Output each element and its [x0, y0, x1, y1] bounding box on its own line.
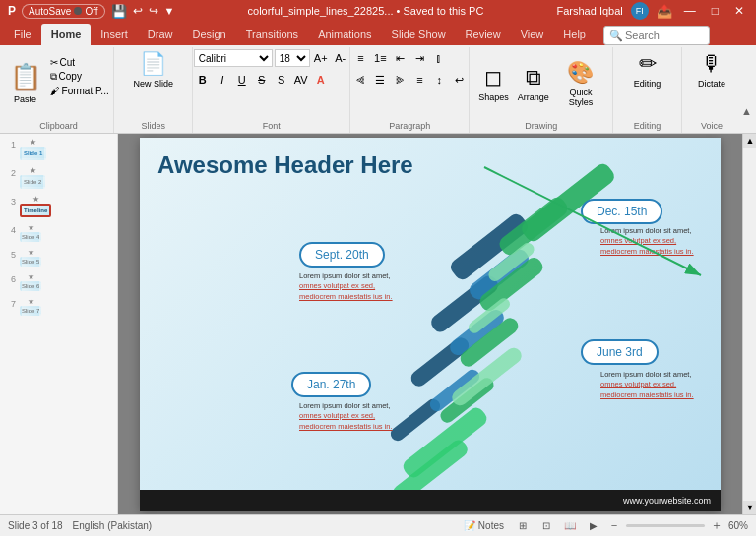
text-direction-button[interactable]: ↩	[450, 71, 468, 89]
slide-thumb-1[interactable]: 1 ★ Slide 1	[4, 138, 113, 160]
zoom-out-button[interactable]: －	[608, 517, 620, 534]
font-name-select[interactable]: Calibri	[194, 49, 273, 67]
slide-info: Slide 3 of 18	[8, 520, 63, 531]
minimize-button[interactable]: —	[680, 4, 700, 18]
char-spacing-button[interactable]: AV	[292, 71, 310, 89]
dictate-button[interactable]: 🎙 Dictate	[694, 49, 729, 90]
line-spacing-button[interactable]: ↕	[430, 71, 448, 89]
paste-button[interactable]: 📋 Paste	[6, 60, 45, 106]
slide-image-1[interactable]: Slide 1	[20, 147, 46, 160]
tab-design[interactable]: Design	[182, 24, 235, 45]
slide-image-5[interactable]: Slide 5	[20, 257, 41, 267]
redo-icon[interactable]: ↪	[149, 4, 158, 18]
decrease-font-button[interactable]: A-	[332, 49, 349, 67]
tab-slideshow[interactable]: Slide Show	[382, 24, 456, 45]
scroll-up-button[interactable]: ▲	[743, 134, 756, 148]
timeline-box-dec[interactable]: Dec. 15th	[581, 199, 662, 224]
increase-font-button[interactable]: A+	[312, 49, 330, 67]
decrease-indent-button[interactable]: ⇤	[391, 49, 409, 67]
timeline-box-sept[interactable]: Sept. 20th	[299, 242, 385, 268]
tab-home[interactable]: Home	[41, 24, 92, 45]
italic-button[interactable]: I	[214, 71, 231, 89]
font-color-button[interactable]: A	[312, 71, 330, 89]
body-text-4: Lorem ipsum dolor sit amet, omnes volutp…	[600, 370, 694, 401]
vertical-scrollbar[interactable]: ▲ ▼	[742, 134, 756, 514]
slide-thumb-4[interactable]: 4 ★ Slide 4	[4, 223, 113, 242]
notes-button[interactable]: 📝 Notes	[460, 520, 508, 531]
normal-view-button[interactable]: ⊞	[514, 517, 532, 535]
ribbon-collapse[interactable]: ▲	[741, 47, 752, 133]
align-center-button[interactable]: ☰	[371, 71, 389, 89]
search-input[interactable]	[625, 30, 704, 41]
zoom-in-button[interactable]: ＋	[711, 517, 723, 534]
collapse-icon[interactable]: ▲	[741, 105, 752, 117]
slide-thumb-2[interactable]: 2 ★ Slide 2	[4, 166, 113, 189]
reading-view-button[interactable]: 📖	[561, 517, 579, 535]
cut-icon: ✂	[50, 57, 58, 68]
close-button[interactable]: ✕	[730, 4, 748, 18]
timeline-box-june[interactable]: June 3rd	[581, 339, 659, 365]
bold-button[interactable]: B	[194, 71, 212, 89]
slide-image-2[interactable]: Slide 2	[20, 175, 45, 189]
tab-file[interactable]: File	[4, 24, 41, 45]
justify-button[interactable]: ≡	[410, 71, 428, 89]
tab-transitions[interactable]: Transitions	[236, 24, 308, 45]
columns-button[interactable]: ⫿	[430, 49, 448, 67]
tab-draw[interactable]: Draw	[138, 24, 183, 45]
slide-image-7[interactable]: Slide 7	[20, 306, 41, 316]
autosave-label: AutoSave	[29, 6, 71, 17]
copy-button[interactable]: ⧉Copy	[47, 70, 112, 84]
status-bar: Slide 3 of 18 English (Pakistan) 📝 Notes…	[0, 514, 756, 536]
autosave-badge[interactable]: AutoSave Off	[22, 4, 105, 19]
shapes-button[interactable]: ◻ Shapes	[475, 63, 511, 104]
tab-help[interactable]: Help	[553, 24, 596, 45]
align-right-button[interactable]: ⫸	[391, 71, 409, 89]
slide-image-4[interactable]: Slide 4	[20, 232, 41, 242]
shadow-button[interactable]: S	[273, 71, 290, 89]
quick-styles-button[interactable]: 🎨 Quick Styles	[555, 58, 606, 109]
slide-thumb-3[interactable]: 3 ★ Timeline	[4, 195, 113, 217]
strikethrough-button[interactable]: S	[253, 71, 271, 89]
share-icon[interactable]: 📤	[657, 4, 672, 19]
tab-review[interactable]: Review	[456, 24, 511, 45]
increase-indent-button[interactable]: ⇥	[410, 49, 428, 67]
cut-button[interactable]: ✂Cut	[47, 56, 112, 69]
new-slide-icon: 📄	[140, 51, 166, 77]
new-slide-button[interactable]: 📄 New Slide	[129, 49, 177, 90]
save-icon[interactable]: 💾	[111, 4, 127, 19]
slide-canvas[interactable]: Awesome Header Here	[140, 138, 721, 511]
slide-thumb-7[interactable]: 7 ★ Slide 7	[4, 297, 113, 316]
timeline-box-jan[interactable]: Jan. 27th	[291, 372, 371, 397]
zoom-slider[interactable]	[626, 524, 705, 527]
zoom-level: 60%	[728, 520, 748, 531]
slide-image-6[interactable]: Slide 6	[20, 281, 41, 291]
tab-view[interactable]: View	[511, 24, 554, 45]
bullets-button[interactable]: ≡	[351, 49, 369, 67]
username: Farshad Iqbal	[556, 5, 622, 17]
format-painter-button[interactable]: 🖌Format P...	[47, 85, 112, 97]
undo-icon[interactable]: ↩	[133, 4, 143, 18]
slide-image-3[interactable]: Timeline	[20, 204, 51, 217]
slide-header[interactable]: Awesome Header Here	[158, 151, 413, 179]
maximize-button[interactable]: □	[708, 4, 723, 18]
status-bar-right: 📝 Notes ⊞ ⊡ 📖 ▶ － ＋ 60%	[460, 517, 748, 535]
slide-thumb-6[interactable]: 6 ★ Slide 6	[4, 272, 113, 291]
tab-animations[interactable]: Animations	[308, 24, 381, 45]
font-size-select[interactable]: 18	[275, 49, 310, 67]
numbering-button[interactable]: 1≡	[371, 49, 389, 67]
customize-icon[interactable]: ▼	[164, 5, 175, 17]
underline-button[interactable]: U	[233, 71, 251, 89]
slide-thumb-5[interactable]: 5 ★ Slide 5	[4, 248, 113, 267]
slideshow-button[interactable]: ▶	[585, 517, 602, 535]
slide-sorter-button[interactable]: ⊡	[537, 517, 555, 535]
tab-insert[interactable]: Insert	[91, 24, 138, 45]
scroll-down-button[interactable]: ▼	[743, 501, 756, 514]
autosave-dot	[74, 7, 82, 15]
quick-styles-icon: 🎨	[567, 60, 594, 86]
search-box[interactable]: 🔍	[603, 26, 710, 45]
editing-button[interactable]: ✏ Editing	[630, 49, 665, 90]
notes-icon: 📝	[464, 520, 475, 531]
arrange-button[interactable]: ⧉ Arrange	[515, 63, 550, 104]
canvas-area[interactable]: Awesome Header Here	[118, 134, 742, 514]
align-left-button[interactable]: ⫷	[351, 71, 369, 89]
